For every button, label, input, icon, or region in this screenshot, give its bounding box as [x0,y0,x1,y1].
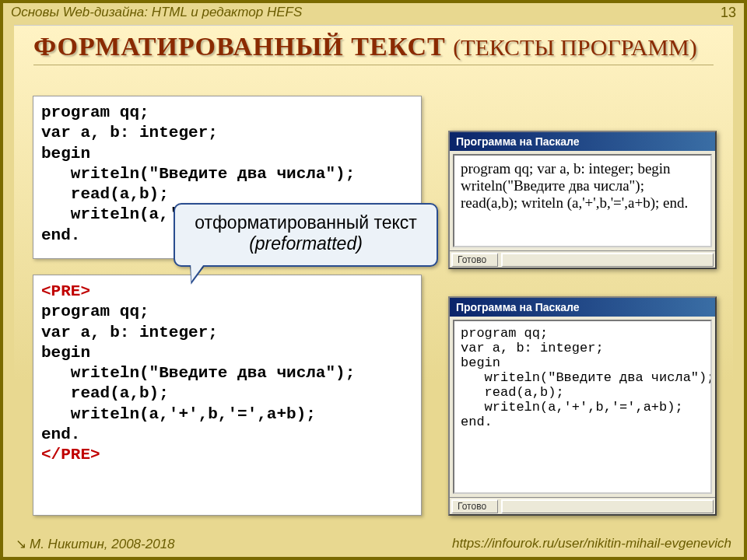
footer-bar: ↘М. Никитин, 2008-2018 https://infourok.… [16,536,731,552]
content-area: ФОРМАТИРОВАННЫЙ ТЕКСТ (ТЕКСТЫ ПРОГРАММ) … [14,25,733,534]
browser-window-formatted: Программа на Паскале program qq; var a, … [448,296,717,516]
code-block-pre: <PRE> program qq; var a, b: integer; beg… [33,275,422,516]
footer-arrow-icon: ↘ [16,537,26,551]
callout-line1: отформатированный текст [184,212,427,233]
slide-page: Основы Web-дизайна: HTML и редактор HEFS… [0,0,747,560]
status-text: Готово [451,253,498,267]
window-body: program qq; var a, b: integer; begin wri… [453,154,712,247]
window-statusbar: Готово [450,497,715,514]
callout-line2: (preformatted) [184,233,427,254]
status-spacer [501,499,714,513]
callout-bubble: отформатированный текст (preformatted) [174,203,438,267]
pre-close-tag: </PRE> [41,446,100,464]
status-spacer [501,253,714,267]
code-pre-body: program qq; var a, b: integer; begin wri… [41,303,355,443]
slide-title: ФОРМАТИРОВАННЫЙ ТЕКСТ (ТЕКСТЫ ПРОГРАММ) [14,26,733,63]
browser-window-unformatted: Программа на Паскале program qq; var a, … [448,131,717,269]
window-body: program qq; var a, b: integer; begin wri… [453,320,712,494]
footer-author: ↘М. Никитин, 2008-2018 [16,536,175,552]
pre-open-tag: <PRE> [41,282,90,300]
header-bar: Основы Web-дизайна: HTML и редактор HEFS… [11,5,736,21]
status-text: Готово [451,499,498,513]
window-statusbar: Готово [450,250,715,268]
page-number: 13 [721,5,736,21]
title-main: ФОРМАТИРОВАННЫЙ ТЕКСТ [33,32,446,61]
title-divider [33,65,714,65]
window-titlebar: Программа на Паскале [450,132,715,151]
footer-url: https://infourok.ru/user/nikitin-mihail-… [452,536,731,552]
window-titlebar: Программа на Паскале [450,298,715,317]
breadcrumb: Основы Web-дизайна: HTML и редактор HEFS [11,5,302,21]
title-sub: (ТЕКСТЫ ПРОГРАММ) [453,34,696,60]
